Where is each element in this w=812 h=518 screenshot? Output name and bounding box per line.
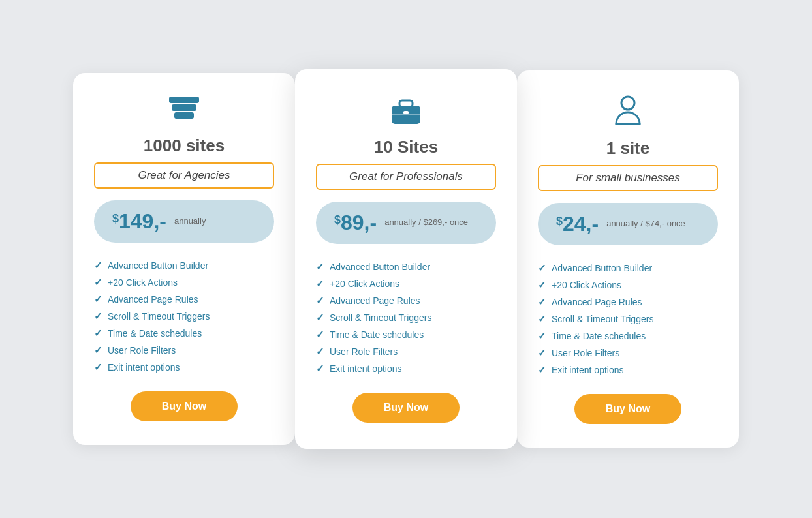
list-item: ✓Scroll & Timeout Triggers <box>94 308 274 325</box>
price-period-professionals: annually / $269,- once <box>384 217 468 228</box>
check-icon: ✓ <box>94 260 102 271</box>
list-item: ✓User Role Filters <box>94 342 274 359</box>
tagline-box-small: For small businesses <box>538 165 718 191</box>
check-icon: ✓ <box>316 261 324 273</box>
pricing-card-agencies: 1000 sites Great for Agencies $ 149,- an… <box>73 73 295 445</box>
tagline-agencies: Great for Agencies <box>138 169 230 181</box>
list-item: ✓Scroll & Timeout Triggers <box>538 311 718 328</box>
list-item: ✓Exit intent options <box>316 360 496 377</box>
list-item: ✓Advanced Page Rules <box>94 291 274 308</box>
price-value-small: 24,- <box>563 212 599 236</box>
list-item: ✓Time & Date schedules <box>538 328 718 344</box>
list-item: ✓Scroll & Timeout Triggers <box>316 309 496 326</box>
list-item: ✓+20 Click Actions <box>94 274 274 291</box>
check-icon: ✓ <box>94 328 102 339</box>
check-icon: ✓ <box>94 361 102 373</box>
tagline-professionals: Great for Professionals <box>349 170 463 183</box>
buy-button-agencies[interactable]: Buy Now <box>131 391 238 421</box>
price-main-small: $ 24,- <box>556 212 599 236</box>
list-item: ✓Advanced Page Rules <box>538 294 718 311</box>
pricing-container: 1000 sites Great for Agencies $ 149,- an… <box>0 43 812 475</box>
check-icon: ✓ <box>538 279 546 291</box>
check-icon: ✓ <box>94 311 102 322</box>
check-icon: ✓ <box>316 346 324 358</box>
price-pill-small: $ 24,- annually / $74,- once <box>538 203 718 245</box>
list-item: ✓Time & Date schedules <box>316 326 496 343</box>
check-icon: ✓ <box>94 294 102 305</box>
check-icon: ✓ <box>316 312 324 324</box>
check-icon: ✓ <box>538 330 546 342</box>
buy-button-small[interactable]: Buy Now <box>574 394 681 424</box>
list-item: ✓User Role Filters <box>538 344 718 361</box>
list-item: ✓Advanced Button Builder <box>538 260 718 277</box>
briefcase-icon <box>389 95 423 129</box>
list-item: ✓Exit intent options <box>538 361 718 378</box>
list-item: ✓+20 Click Actions <box>538 277 718 294</box>
list-item: ✓Advanced Button Builder <box>94 257 274 274</box>
price-value-agencies: 149,- <box>119 209 166 234</box>
price-period-small: annually / $74,- once <box>606 218 685 230</box>
check-icon: ✓ <box>538 296 546 308</box>
sites-count-professionals: 10 Sites <box>374 137 438 157</box>
currency-professionals: $ <box>334 213 341 227</box>
price-pill-agencies: $ 149,- annually <box>94 200 274 243</box>
check-icon: ✓ <box>316 278 324 290</box>
price-main-agencies: $ 149,- <box>112 209 166 234</box>
price-period-agencies: annually <box>174 215 206 227</box>
svg-rect-3 <box>392 114 420 115</box>
price-pill-professionals: $ 89,- annually / $269,- once <box>316 202 496 244</box>
currency-agencies: $ <box>112 212 119 226</box>
price-value-professionals: 89,- <box>341 211 377 235</box>
pricing-card-professionals: 10 Sites Great for Professionals $ 89,- … <box>295 69 517 449</box>
list-item: ✓Advanced Page Rules <box>316 292 496 309</box>
check-icon: ✓ <box>94 344 102 356</box>
person-icon <box>612 94 644 130</box>
features-list-agencies: ✓Advanced Button Builder ✓+20 Click Acti… <box>94 257 274 376</box>
check-icon: ✓ <box>316 329 324 341</box>
list-item: ✓Exit intent options <box>94 359 274 376</box>
check-icon: ✓ <box>538 364 546 376</box>
features-list-small: ✓Advanced Button Builder ✓+20 Click Acti… <box>538 260 718 378</box>
tagline-box-agencies: Great for Agencies <box>94 162 274 189</box>
list-item: ✓User Role Filters <box>316 343 496 360</box>
check-icon: ✓ <box>538 347 546 359</box>
svg-rect-1 <box>399 100 413 107</box>
list-item: ✓Time & Date schedules <box>94 325 274 342</box>
layers-icon <box>166 97 202 128</box>
list-item: ✓Advanced Button Builder <box>316 258 496 275</box>
currency-small: $ <box>556 215 563 228</box>
check-icon: ✓ <box>316 363 324 374</box>
svg-point-4 <box>621 97 634 110</box>
sites-count-small: 1 site <box>606 138 650 159</box>
buy-button-professionals[interactable]: Buy Now <box>352 393 460 423</box>
check-icon: ✓ <box>538 262 546 274</box>
check-icon: ✓ <box>94 277 102 288</box>
tagline-box-professionals: Great for Professionals <box>316 164 496 190</box>
price-main-professionals: $ 89,- <box>334 211 377 235</box>
check-icon: ✓ <box>316 295 324 307</box>
features-list-professionals: ✓Advanced Button Builder ✓+20 Click Acti… <box>316 258 496 377</box>
check-icon: ✓ <box>538 313 546 325</box>
tagline-small: For small businesses <box>576 172 680 184</box>
list-item: ✓+20 Click Actions <box>316 275 496 292</box>
sites-count-agencies: 1000 sites <box>144 136 225 156</box>
pricing-card-small-businesses: 1 site For small businesses $ 24,- annua… <box>517 70 739 448</box>
